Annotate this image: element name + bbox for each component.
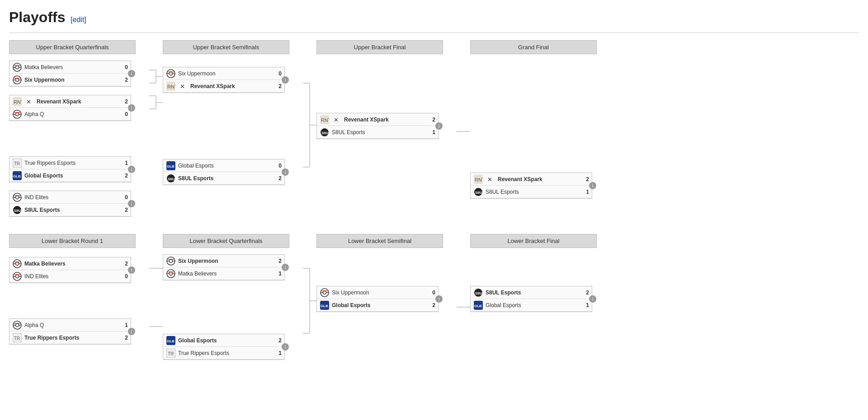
x-icon: ✕	[486, 174, 495, 184]
round-header-lbsf: Lower Bracket Semifinal	[316, 234, 443, 248]
svg-point-1	[16, 65, 19, 69]
match-lbsf1: Six Uppermoon 0 GLB Global Esports 2 i	[316, 286, 439, 317]
true-rippers-icon: TR	[166, 348, 176, 358]
team-name: Alpha Q	[24, 322, 118, 328]
match-lbr1-2: Alpha Q 1 TR True Rippers Esports 2 i	[9, 318, 131, 349]
info-badge[interactable]: i	[128, 70, 135, 77]
s8ul-icon: S8UL	[320, 127, 330, 137]
match-ubq2: RNT ✕ Revenant XSpark 2 Alpha Q 0 i	[9, 95, 131, 126]
team-score: 1	[274, 350, 282, 356]
info-badge[interactable]: i	[282, 264, 289, 271]
col-ubf: Upper Bracket Final RNT ✕ Revenant XSpar…	[316, 40, 457, 225]
team-name: Matka Believers	[178, 271, 272, 277]
match-lbq1: Six Uppermoon 2 Matka Believers 1 i	[163, 254, 285, 285]
team-score: 1	[582, 189, 589, 195]
team-row: TR True Rippers Esports 1	[163, 347, 284, 359]
team-name: Revenant XSpark	[190, 83, 272, 89]
connector-ubs-ubf	[303, 62, 316, 225]
svg-text:TR: TR	[14, 161, 20, 166]
team-row: S8UL S8UL Esports 1	[317, 126, 438, 139]
team-row: IND Elites 0	[9, 270, 131, 283]
team-name: Revenant XSpark	[37, 98, 118, 105]
team-score: 0	[428, 289, 435, 296]
info-badge[interactable]: i	[589, 182, 596, 189]
team-row: IND Elites 0	[9, 191, 131, 204]
team-score: 0	[121, 273, 128, 280]
team-score: 2	[428, 117, 435, 123]
team-row: Matka Believers 1	[163, 267, 284, 280]
info-badge[interactable]: i	[128, 104, 135, 112]
info-badge[interactable]: i	[128, 328, 135, 335]
round-header-lbr1: Lower Bracket Round 1	[9, 234, 136, 248]
team-score: 2	[274, 175, 282, 182]
team-score: 1	[428, 129, 435, 135]
svg-text:✕: ✕	[26, 98, 31, 105]
info-badge[interactable]: i	[128, 166, 135, 173]
pokeball-icon	[12, 320, 22, 330]
col-lbsf: Lower Bracket Semifinal Six Uppermoon 0 …	[316, 234, 457, 368]
round-header-lbq: Lower Bracket Quarterfinals	[163, 234, 289, 248]
match-ubq4: IND Elites 0 S8UL S8UL Esports 2 i	[9, 191, 131, 221]
x-icon: ✕	[332, 115, 342, 125]
team-name: Revenant XSpark	[344, 117, 426, 123]
pokeball-icon	[320, 288, 330, 298]
team-row: GLB Global Esports 0	[163, 159, 284, 172]
team-score: 1	[121, 322, 128, 328]
team-row: RNT ✕ Revenant XSpark 2	[9, 95, 131, 108]
connector-lbq-lbsf	[303, 254, 316, 368]
svg-point-3	[16, 78, 19, 81]
team-row: S8UL S8UL Esports 2	[471, 286, 592, 299]
team-row: GLB Global Esports 2	[9, 169, 131, 182]
team-score: 0	[121, 111, 128, 117]
info-badge[interactable]: i	[435, 122, 443, 130]
round-header-ubf: Upper Bracket Final	[316, 40, 443, 54]
info-badge[interactable]: i	[128, 266, 135, 274]
svg-text:S8UL: S8UL	[475, 191, 483, 195]
col-lbq: Lower Bracket Quarterfinals Six Uppermoo…	[163, 234, 303, 368]
svg-point-53	[16, 275, 19, 278]
pokeball-icon	[12, 259, 22, 269]
team-row: Alpha Q 0	[9, 108, 131, 121]
pokeball-icon	[166, 269, 176, 279]
team-row: RNT ✕ Revenant XSpark 2	[163, 80, 284, 93]
round-header-ubq: Upper Bracket Quarterfinals	[9, 40, 136, 54]
team-row: S8UL S8UL Esports 1	[471, 186, 592, 198]
team-name: Revenant XSpark	[498, 176, 580, 182]
global-esports-icon: GLB	[320, 300, 330, 310]
match-lbf1: S8UL S8UL Esports 2 GLB Global Esports 1…	[470, 286, 592, 317]
team-row: TR True Rippers Esports 1	[9, 157, 131, 169]
revenant-icon: RNT	[12, 97, 22, 107]
team-score: 0	[274, 70, 282, 77]
global-esports-icon: GLB	[12, 171, 22, 181]
svg-point-55	[16, 323, 19, 327]
svg-text:S8UL: S8UL	[14, 209, 22, 213]
true-rippers-icon: TR	[12, 158, 22, 168]
info-badge[interactable]: i	[435, 295, 443, 303]
svg-point-8	[16, 112, 19, 116]
team-name: True Rippers Esports	[24, 160, 118, 166]
svg-text:GLB: GLB	[474, 304, 482, 308]
team-row: GLB Global Esports 1	[471, 299, 592, 312]
team-row: Six Uppermoon 0	[163, 67, 284, 80]
info-badge[interactable]: i	[128, 200, 135, 207]
svg-text:RNT: RNT	[14, 99, 22, 105]
svg-text:TR: TR	[168, 351, 174, 356]
match-ubs2: GLB Global Esports 0 S8UL S8UL Esports 2…	[163, 159, 285, 190]
info-badge[interactable]: i	[589, 295, 596, 303]
svg-text:GLB: GLB	[321, 304, 328, 308]
team-name: Six Uppermoon	[178, 258, 272, 264]
info-badge[interactable]: i	[282, 76, 289, 84]
team-name: S8UL Esports	[178, 175, 272, 182]
edit-link[interactable]: [edit]	[71, 16, 86, 23]
team-row: Matka Believers 0	[9, 61, 131, 74]
connector-ubq-ubs	[149, 62, 163, 225]
info-badge[interactable]: i	[282, 343, 289, 350]
x-icon: ✕	[24, 97, 34, 107]
team-score: 2	[121, 173, 128, 179]
team-row: GLB Global Esports 2	[317, 299, 438, 312]
team-score: 2	[582, 176, 589, 182]
info-badge[interactable]: i	[282, 168, 289, 176]
team-row: TR True Rippers Esports 2	[9, 331, 131, 344]
col-ubs: Upper Bracket Semifinals Six Uppermoon 0…	[163, 40, 303, 225]
pokeball-icon	[166, 256, 176, 266]
